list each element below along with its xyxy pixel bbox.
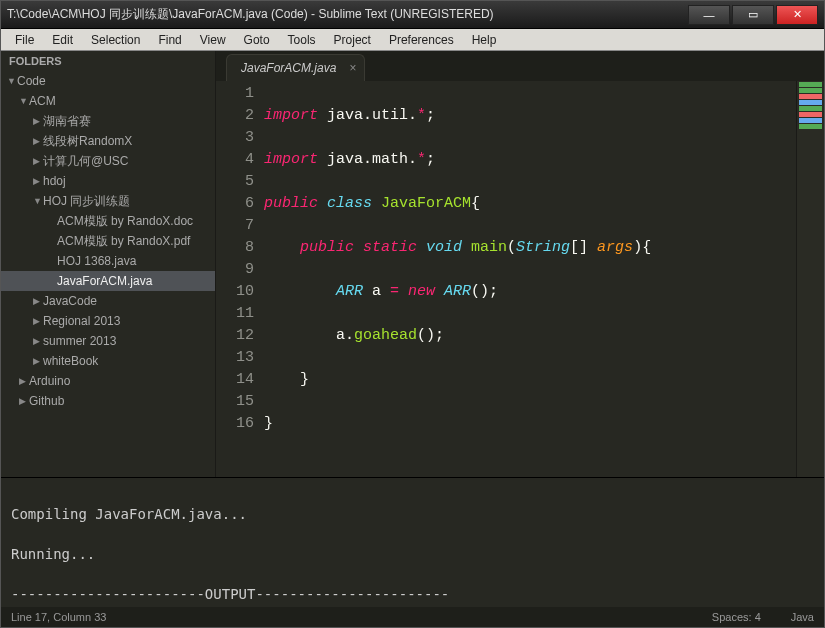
sidebar: FOLDERS ▼Code▼ACM▶湖南省赛▶线段树RandomX▶计算几何@U… <box>1 51 216 477</box>
tree-item-label: Arduino <box>29 374 70 388</box>
tree-item[interactable]: ▶JavaCode <box>1 291 215 311</box>
tree-item[interactable]: ▼ACM <box>1 91 215 111</box>
tree-item-label: HOJ 1368.java <box>57 254 136 268</box>
close-icon[interactable]: × <box>349 61 356 75</box>
minimap[interactable] <box>796 81 824 477</box>
chevron-right-icon: ▶ <box>33 136 43 146</box>
menubar: File Edit Selection Find View Goto Tools… <box>1 29 824 51</box>
chevron-right-icon: ▶ <box>33 296 43 306</box>
main-body: FOLDERS ▼Code▼ACM▶湖南省赛▶线段树RandomX▶计算几何@U… <box>1 51 824 477</box>
editor-area: JavaForACM.java × 1234567891011121314151… <box>216 51 824 477</box>
tree-item[interactable]: ▶Github <box>1 391 215 411</box>
cursor-position[interactable]: Line 17, Column 33 <box>11 611 106 623</box>
menu-goto[interactable]: Goto <box>236 31 278 49</box>
tree-item-label: ACM <box>29 94 56 108</box>
tab-label: JavaForACM.java <box>241 61 336 75</box>
statusbar: Line 17, Column 33 Spaces: 4 Java <box>1 607 824 627</box>
menu-help[interactable]: Help <box>464 31 505 49</box>
line-numbers: 12345678910111213141516 <box>216 81 264 477</box>
tree-item-label: ACM模版 by RandoX.doc <box>57 213 193 230</box>
tree-item[interactable]: ▶hdoj <box>1 171 215 191</box>
close-button[interactable]: ✕ <box>776 5 818 25</box>
tree-item[interactable]: ▶summer 2013 <box>1 331 215 351</box>
tree-item[interactable]: ▶whiteBook <box>1 351 215 371</box>
menu-preferences[interactable]: Preferences <box>381 31 462 49</box>
tree-item-label: HOJ 同步训练题 <box>43 193 130 210</box>
tree-item-label: hdoj <box>43 174 66 188</box>
tree-item-label: summer 2013 <box>43 334 116 348</box>
tree-item[interactable]: ACM模版 by RandoX.doc <box>1 211 215 231</box>
menu-tools[interactable]: Tools <box>280 31 324 49</box>
chevron-down-icon: ▼ <box>19 96 29 106</box>
tree-item-label: 计算几何@USC <box>43 153 129 170</box>
window-controls: — ▭ ✕ <box>688 5 818 25</box>
minimize-button[interactable]: — <box>688 5 730 25</box>
titlebar[interactable]: T:\Code\ACM\HOJ 同步训练题\JavaForACM.java (C… <box>1 1 824 29</box>
tabbar: JavaForACM.java × <box>216 51 824 81</box>
tree-item[interactable]: ACM模版 by RandoX.pdf <box>1 231 215 251</box>
tree-item-label: 线段树RandomX <box>43 133 132 150</box>
tree-item[interactable]: JavaForACM.java <box>1 271 215 291</box>
tree-item-label: Regional 2013 <box>43 314 120 328</box>
tree-item[interactable]: ▶计算几何@USC <box>1 151 215 171</box>
tab-javaforacm[interactable]: JavaForACM.java × <box>226 54 365 81</box>
app-window: T:\Code\ACM\HOJ 同步训练题\JavaForACM.java (C… <box>0 0 825 628</box>
chevron-right-icon: ▶ <box>33 176 43 186</box>
chevron-right-icon: ▶ <box>33 316 43 326</box>
chevron-right-icon: ▶ <box>33 336 43 346</box>
tree-item[interactable]: HOJ 1368.java <box>1 251 215 271</box>
menu-find[interactable]: Find <box>150 31 189 49</box>
chevron-right-icon: ▶ <box>33 116 43 126</box>
tree-item[interactable]: ▶线段树RandomX <box>1 131 215 151</box>
build-console[interactable]: Compiling JavaForACM.java... Running... … <box>1 477 824 607</box>
maximize-button[interactable]: ▭ <box>732 5 774 25</box>
tree-item-label: Code <box>17 74 46 88</box>
tree-item[interactable]: ▼Code <box>1 71 215 91</box>
menu-edit[interactable]: Edit <box>44 31 81 49</box>
menu-selection[interactable]: Selection <box>83 31 148 49</box>
folder-tree[interactable]: ▼Code▼ACM▶湖南省赛▶线段树RandomX▶计算几何@USC▶hdoj▼… <box>1 71 215 477</box>
code-content[interactable]: import java.util.*; import java.math.*; … <box>264 81 796 477</box>
chevron-right-icon: ▶ <box>33 356 43 366</box>
tree-item-label: JavaForACM.java <box>57 274 152 288</box>
syntax-setting[interactable]: Java <box>791 611 814 623</box>
tree-item-label: 湖南省赛 <box>43 113 91 130</box>
tree-item-label: whiteBook <box>43 354 98 368</box>
chevron-down-icon: ▼ <box>7 76 17 86</box>
chevron-right-icon: ▶ <box>19 376 29 386</box>
chevron-right-icon: ▶ <box>19 396 29 406</box>
menu-view[interactable]: View <box>192 31 234 49</box>
tree-item[interactable]: ▶湖南省赛 <box>1 111 215 131</box>
tree-item[interactable]: ▶Regional 2013 <box>1 311 215 331</box>
code-editor[interactable]: 12345678910111213141516 import java.util… <box>216 81 824 477</box>
indent-setting[interactable]: Spaces: 4 <box>712 611 761 623</box>
menu-project[interactable]: Project <box>326 31 379 49</box>
sidebar-header: FOLDERS <box>1 51 215 71</box>
tree-item-label: JavaCode <box>43 294 97 308</box>
tree-item[interactable]: ▶Arduino <box>1 371 215 391</box>
window-title: T:\Code\ACM\HOJ 同步训练题\JavaForACM.java (C… <box>7 6 688 23</box>
tree-item-label: ACM模版 by RandoX.pdf <box>57 233 190 250</box>
tree-item-label: Github <box>29 394 64 408</box>
chevron-down-icon: ▼ <box>33 196 43 206</box>
tree-item[interactable]: ▼HOJ 同步训练题 <box>1 191 215 211</box>
chevron-right-icon: ▶ <box>33 156 43 166</box>
menu-file[interactable]: File <box>7 31 42 49</box>
